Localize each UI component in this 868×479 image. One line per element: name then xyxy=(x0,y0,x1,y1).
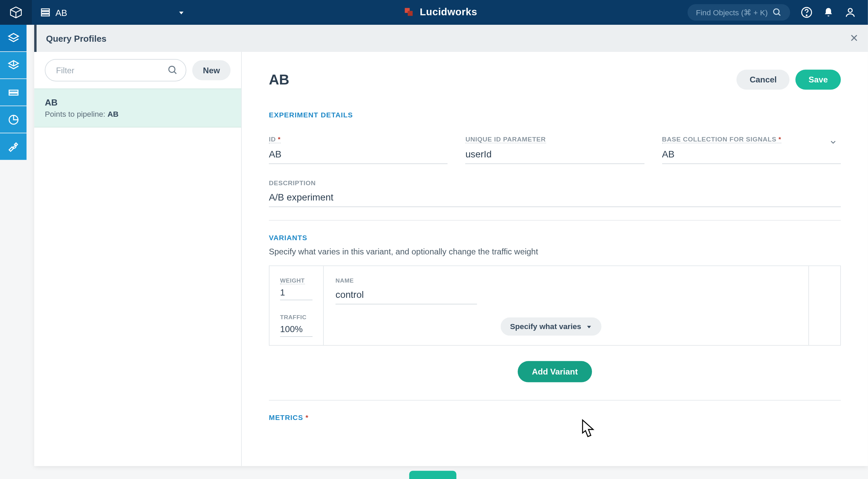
variant-name-label: NAME xyxy=(335,277,354,284)
description-label: DESCRIPTION xyxy=(269,179,316,187)
description-field[interactable] xyxy=(269,189,841,207)
svg-line-20 xyxy=(174,72,177,74)
search-icon xyxy=(772,8,782,17)
find-placeholder: Find Objects (⌘ + K) xyxy=(696,8,768,17)
page-title: AB xyxy=(269,71,289,88)
chevron-down-icon xyxy=(178,9,184,16)
section-experiment-details: EXPERIMENT DETAILS xyxy=(269,111,841,119)
variant-card: WEIGHT TRAFFIC 100% NAME Specify what va… xyxy=(269,266,841,346)
base-collection-label: BASE COLLECTION FOR SIGNALS xyxy=(662,136,781,143)
profile-list-item[interactable]: AB Points to pipeline: AB xyxy=(34,89,241,128)
svg-rect-3 xyxy=(41,12,49,13)
caret-down-icon xyxy=(586,324,592,329)
add-variant-button[interactable]: Add Variant xyxy=(518,361,592,382)
weight-field[interactable] xyxy=(280,285,313,300)
filter-input[interactable] xyxy=(45,59,186,81)
svg-marker-5 xyxy=(179,11,183,14)
panel-header: Query Profiles ✕ xyxy=(34,25,868,52)
new-button[interactable]: New xyxy=(192,60,231,80)
svg-point-12 xyxy=(848,8,852,13)
cancel-button[interactable]: Cancel xyxy=(737,70,790,90)
svg-rect-17 xyxy=(9,93,18,95)
help-icon[interactable] xyxy=(801,6,813,18)
app-selector[interactable]: AB xyxy=(32,7,193,18)
traffic-value: 100% xyxy=(280,322,313,337)
rail-item-jobs[interactable] xyxy=(0,79,26,106)
query-profiles-panel: Query Profiles ✕ New AB Points to pipeli… xyxy=(34,25,868,466)
traffic-label: TRAFFIC xyxy=(280,314,307,320)
uid-label: UNIQUE ID PARAMETER xyxy=(466,136,546,143)
bottom-accent xyxy=(409,471,456,479)
divider xyxy=(269,220,841,221)
fusion-logo[interactable] xyxy=(0,0,32,25)
svg-line-9 xyxy=(778,14,780,16)
svg-point-8 xyxy=(774,9,779,14)
left-rail xyxy=(0,25,26,160)
stack-icon xyxy=(40,7,51,18)
variants-hint: Specify what varies in this variant, and… xyxy=(269,247,841,256)
svg-rect-4 xyxy=(41,14,49,16)
chevron-down-icon xyxy=(829,138,837,146)
close-icon[interactable]: ✕ xyxy=(850,32,859,45)
rail-item-query[interactable] xyxy=(0,52,26,78)
svg-rect-2 xyxy=(41,9,49,11)
profiles-sidebar: New AB Points to pipeline: AB xyxy=(34,52,242,466)
variant-drag-handle[interactable] xyxy=(808,266,840,345)
app-name: AB xyxy=(55,7,67,18)
uid-field[interactable] xyxy=(466,146,644,164)
lucidworks-logo-icon xyxy=(403,6,415,18)
panel-title: Query Profiles xyxy=(46,33,106,43)
svg-marker-21 xyxy=(587,326,591,328)
specify-what-varies-button[interactable]: Specify what varies xyxy=(500,318,601,336)
id-field[interactable] xyxy=(269,146,448,164)
profile-item-subtext: Points to pipeline: AB xyxy=(45,110,231,118)
main-content: AB Cancel Save EXPERIMENT DETAILS ID UNI… xyxy=(242,52,868,466)
variant-name-field[interactable] xyxy=(335,286,477,304)
divider xyxy=(269,400,841,401)
weight-label: WEIGHT xyxy=(280,277,305,284)
brand-text: Lucidworks xyxy=(420,6,477,18)
base-collection-select[interactable] xyxy=(662,146,841,164)
svg-point-19 xyxy=(169,66,175,72)
svg-rect-7 xyxy=(408,11,412,16)
section-metrics: METRICS * xyxy=(269,414,841,422)
find-objects-search[interactable]: Find Objects (⌘ + K) xyxy=(688,4,790,21)
rail-item-tools[interactable] xyxy=(0,133,26,160)
user-icon[interactable] xyxy=(844,6,856,18)
topbar: AB Lucidworks Find Objects (⌘ + K) xyxy=(0,0,868,25)
search-icon xyxy=(167,65,178,75)
save-button[interactable]: Save xyxy=(795,70,841,90)
section-variants: VARIANTS xyxy=(269,234,841,242)
id-label: ID xyxy=(269,136,281,143)
bell-icon[interactable] xyxy=(823,7,834,18)
svg-point-11 xyxy=(806,15,807,16)
svg-marker-13 xyxy=(8,33,18,39)
rail-item-analytics[interactable] xyxy=(0,106,26,133)
profile-item-name: AB xyxy=(45,97,231,108)
rail-item-index[interactable] xyxy=(0,25,26,51)
svg-rect-16 xyxy=(9,90,18,92)
